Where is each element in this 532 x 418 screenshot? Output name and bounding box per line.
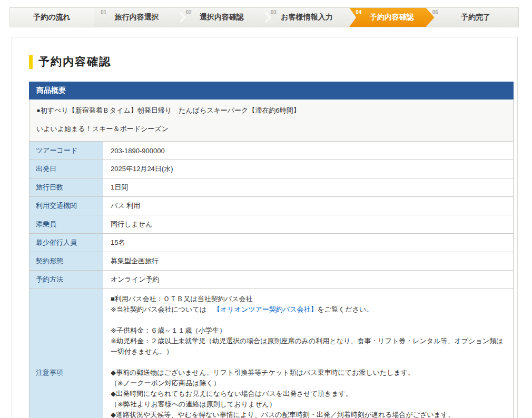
- step-label: 予約完了: [461, 13, 490, 22]
- step-number: 05: [432, 9, 438, 15]
- content-card: 予約内容確認 商品概要 ●初すべり【新宿発着Ｂタイム】朝発日帰り たんばらスキー…: [12, 37, 518, 418]
- note-line: ◆事前の郵送物はございません。リフト引換券等チケット類はバス乗車時にてお渡しいた…: [111, 367, 506, 378]
- stepper-step-03: 03 お客様情報入力: [264, 8, 349, 27]
- row-label: ツアーコード: [29, 142, 103, 160]
- note-line: ※子供料金：６歳～１１歳（小学生）: [111, 325, 506, 336]
- row-value: 同行しません: [103, 215, 514, 234]
- section-header-row: 商品概要: [29, 82, 514, 99]
- step-number: 04: [356, 9, 361, 15]
- table-row-trip-days: 旅行日数 1日間: [29, 178, 514, 197]
- notes-content: ■利用バス会社：ＯＴＢ又は当社契約バス会社 ※当社契約バス会社については 【オリ…: [103, 289, 514, 418]
- stepper-step-02: 02 選択内容確認: [179, 8, 264, 27]
- stepper-step-01: 01 旅行内容選択: [94, 8, 179, 27]
- row-value: 1日間: [103, 178, 514, 197]
- note-line: ◆出発時間になられてもお見えにならない場合はバスを出発させて頂きます。: [111, 389, 506, 399]
- note-line-with-link: ※当社契約バス会社については 【オリオンツアー契約バス会社】をご覧ください。: [111, 304, 506, 315]
- title-accent-bar: [29, 55, 33, 69]
- contract-bus-companies-link[interactable]: 【オリオンツアー契約バス会社】: [213, 305, 317, 313]
- row-label: 予約方法: [29, 271, 103, 289]
- row-value: オンライン予約: [103, 271, 514, 289]
- product-name: ●初すべり【新宿発着Ｂタイム】朝発日帰り たんばらスキーパーク【滞在約6時間】: [36, 106, 506, 115]
- table-row-contract-type: 契約形態 募集型企画旅行: [29, 252, 514, 271]
- row-value: 203-1890-900000: [103, 142, 514, 160]
- row-label: 添乗員: [29, 215, 103, 234]
- stepper-step-04-active: 04 予約内容確認: [349, 8, 434, 27]
- step-label: お客様情報入力: [281, 13, 332, 22]
- row-label: 利用交通機関: [29, 197, 103, 215]
- row-label: 旅行日数: [29, 178, 103, 197]
- row-label: 最少催行人員: [29, 234, 103, 252]
- note-spacer: [111, 357, 506, 367]
- note-line: （※ノークーポン対応商品は除く）: [111, 378, 506, 389]
- step-label: 旅行内容選択: [115, 13, 159, 22]
- step-number: 02: [185, 9, 191, 15]
- note-link-pre: ※当社契約バス会社については: [111, 305, 213, 313]
- row-value: 15名: [103, 234, 514, 252]
- table-row-departure-date: 出発日 2025年12月24日(水): [29, 160, 514, 178]
- product-catchcopy: いよいよ始まる！スキー＆ボードシーズン: [36, 124, 506, 134]
- note-line: ※幼児料金：２歳以上未就学児（幼児選択の場合は原則座席のみの利用となり、食事・リ…: [111, 336, 506, 357]
- step-number: 03: [271, 9, 277, 15]
- row-value: 募集型企画旅行: [103, 252, 514, 271]
- note-line: （※弊社よりお客様への連絡は原則しておりません）: [111, 399, 506, 410]
- stepper-step-05: 05 予約完了: [426, 8, 518, 27]
- table-row-booking-method: 予約方法 オンライン予約: [29, 271, 514, 289]
- row-label: 出発日: [29, 160, 103, 178]
- product-name-row: ●初すべり【新宿発着Ｂタイム】朝発日帰り たんばらスキーパーク【滞在約6時間】 …: [29, 99, 514, 142]
- page-title-block: 予約内容確認: [29, 54, 509, 69]
- step-label: 選択内容確認: [200, 13, 244, 22]
- note-spacer: [111, 315, 506, 325]
- page-title: 予約内容確認: [38, 54, 111, 69]
- booking-progress-stepper: 予約の流れ 01 旅行内容選択 02 選択内容確認 03 お客様情報入力 04 …: [9, 7, 519, 27]
- product-summary-table: 商品概要 ●初すべり【新宿発着Ｂタイム】朝発日帰り たんばらスキーパーク【滞在約…: [29, 82, 514, 418]
- step-number: 01: [101, 9, 106, 15]
- table-row-tour-conductor: 添乗員 同行しません: [29, 215, 514, 234]
- step-label: 予約内容確認: [370, 13, 414, 22]
- row-value: バス 利用: [103, 197, 514, 215]
- note-line: ■利用バス会社：ＯＴＢ又は当社契約バス会社: [111, 294, 506, 304]
- stepper-intro-label: 予約の流れ: [10, 8, 94, 27]
- table-row-transport: 利用交通機関 バス 利用: [29, 197, 514, 215]
- notes-label: 注意事項: [29, 289, 103, 418]
- note-link-post: をご覧ください。: [317, 305, 373, 313]
- row-value: 2025年12月24日(水): [103, 160, 514, 178]
- table-row-min-participants: 最少催行人員 15名: [29, 234, 514, 252]
- table-row-tour-code: ツアーコード 203-1890-900000: [29, 142, 514, 160]
- section-header: 商品概要: [29, 82, 514, 99]
- row-label: 契約形態: [29, 252, 103, 271]
- notes-row: 注意事項 ■利用バス会社：ＯＴＢ又は当社契約バス会社 ※当社契約バス会社について…: [29, 289, 514, 418]
- note-line: ◆道路状況や天候等、やむを得ない事情により、バスの配車時刻・出発／到着時刻が遅れ…: [111, 410, 506, 418]
